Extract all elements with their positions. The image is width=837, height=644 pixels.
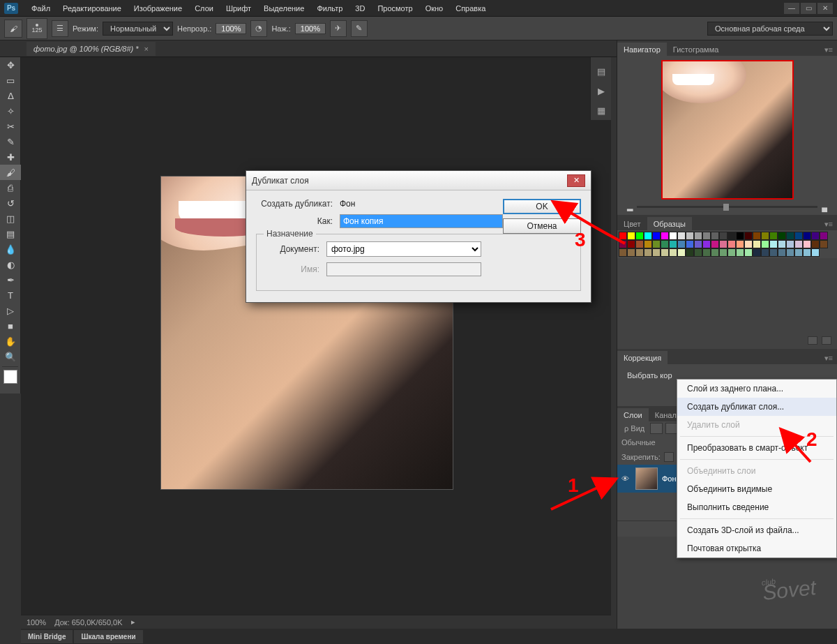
color-swatch[interactable]	[744, 232, 753, 240]
color-swatch[interactable]	[635, 232, 644, 240]
layer-blend-mode[interactable]: Обычные	[621, 438, 656, 447]
lock-transparency-icon[interactable]	[664, 452, 674, 462]
color-swatch[interactable]	[753, 240, 761, 248]
hand-tool[interactable]: ✋	[0, 334, 21, 349]
context-menu-item[interactable]: Создать 3D-слой из файла...	[677, 521, 836, 539]
color-swatch[interactable]	[769, 232, 778, 240]
zoom-in-icon[interactable]: ▄	[822, 203, 827, 211]
brush-tool[interactable]: 🖌	[0, 165, 21, 180]
color-swatch[interactable]	[761, 248, 769, 257]
color-swatch[interactable]	[769, 248, 778, 257]
color-swatch[interactable]	[803, 232, 811, 240]
blur-tool[interactable]: 💧	[0, 241, 21, 257]
document-tab[interactable]: фото.jpg @ 100% (RGB/8#) * ×	[27, 42, 156, 56]
pen-tool[interactable]: ✒	[0, 272, 21, 287]
color-swatch[interactable]	[677, 232, 686, 240]
menu-filter[interactable]: Фильтр	[310, 2, 349, 15]
color-swatch[interactable]	[803, 240, 811, 248]
color-swatch[interactable]	[652, 248, 661, 257]
color-swatch[interactable]	[644, 248, 652, 257]
airbrush-icon[interactable]: ✈	[330, 20, 347, 37]
color-swatch[interactable]	[744, 248, 753, 257]
color-swatch[interactable]	[686, 240, 694, 248]
path-selection-tool[interactable]: ▷	[0, 303, 21, 318]
color-swatch[interactable]	[694, 232, 702, 240]
color-swatch[interactable]	[820, 240, 828, 248]
chevron-right-icon[interactable]: ▸	[131, 617, 135, 627]
zoom-tool[interactable]: 🔍	[0, 349, 21, 364]
layers-tab[interactable]: Слои	[617, 408, 649, 421]
menu-help[interactable]: Справка	[449, 2, 492, 15]
eyedropper-tool[interactable]: ✎	[0, 134, 21, 149]
menu-layers[interactable]: Слои	[188, 2, 220, 15]
color-swatch[interactable]	[635, 240, 644, 248]
type-tool[interactable]: T	[0, 287, 21, 303]
mini-bridge-tab[interactable]: Mini Bridge	[21, 630, 73, 643]
color-swatch[interactable]	[719, 248, 727, 257]
color-swatch[interactable]	[677, 248, 686, 257]
menu-window[interactable]: Окно	[419, 2, 450, 15]
menu-view[interactable]: Просмотр	[371, 2, 418, 15]
presets-icon[interactable]: ▦	[591, 100, 612, 120]
color-swatch[interactable]	[786, 232, 794, 240]
gradient-tool[interactable]: ▤	[0, 226, 21, 241]
panel-trash-icon[interactable]	[822, 336, 831, 345]
clone-stamp-tool[interactable]: ⎙	[0, 180, 21, 195]
color-swatch[interactable]	[744, 240, 753, 248]
swatches-panel-menu-icon[interactable]: ▾≡	[820, 218, 837, 230]
context-menu-item[interactable]: Слой из заднего плана...	[677, 380, 836, 398]
dodge-tool[interactable]: ◐	[0, 257, 21, 272]
color-swatch[interactable]	[820, 232, 828, 240]
dialog-titlebar[interactable]: Дубликат слоя ✕	[246, 171, 591, 190]
context-menu-item[interactable]: Создать дубликат слоя...	[677, 398, 836, 416]
color-swatch[interactable]	[686, 232, 694, 240]
workspace-switcher[interactable]: Основная рабочая среда	[707, 22, 833, 36]
color-swatch[interactable]	[761, 240, 769, 248]
color-swatch[interactable]	[694, 248, 702, 257]
color-swatch[interactable]	[711, 232, 719, 240]
tablet-pressure-icon[interactable]: ✎	[351, 20, 368, 37]
color-swatch[interactable]	[694, 240, 702, 248]
menu-select[interactable]: Выделение	[257, 2, 310, 15]
color-swatch[interactable]	[778, 248, 786, 257]
opacity-pressure-icon[interactable]: ◔	[250, 20, 267, 37]
color-swatch[interactable]	[677, 240, 686, 248]
eraser-tool[interactable]: ◫	[0, 211, 21, 226]
color-swatch[interactable]	[635, 248, 644, 257]
menu-3d[interactable]: 3D	[349, 2, 371, 15]
play-icon[interactable]: ▶	[591, 81, 612, 100]
color-swatch[interactable]	[786, 240, 794, 248]
color-swatch[interactable]	[702, 248, 711, 257]
color-swatch[interactable]	[803, 248, 811, 257]
color-swatch[interactable]	[644, 232, 652, 240]
healing-brush-tool[interactable]: ✚	[0, 149, 21, 165]
doc-size-info[interactable]: Док: 650,0K/650,0K	[54, 618, 122, 627]
color-swatch[interactable]	[736, 240, 744, 248]
color-swatch[interactable]	[702, 240, 711, 248]
color-swatch[interactable]	[719, 232, 727, 240]
color-swatch[interactable]	[778, 232, 786, 240]
color-swatch[interactable]	[661, 232, 669, 240]
restore-button[interactable]: ▭	[801, 3, 816, 14]
color-swatch[interactable]	[786, 248, 794, 257]
swatches-tab[interactable]: Образцы	[647, 217, 692, 230]
color-swatch[interactable]	[794, 232, 803, 240]
close-window-button[interactable]: ✕	[817, 3, 833, 14]
foreground-background-swatch[interactable]	[3, 370, 17, 384]
color-swatch[interactable]	[669, 232, 677, 240]
color-swatch[interactable]	[736, 232, 744, 240]
panel-collapse-icon[interactable]	[808, 336, 817, 345]
magic-wand-tool[interactable]: ✧	[0, 103, 21, 119]
color-swatch[interactable]	[711, 248, 719, 257]
color-swatch[interactable]	[811, 232, 820, 240]
canvas-area[interactable]	[21, 57, 611, 615]
duplicate-as-input[interactable]	[340, 214, 503, 228]
color-swatch[interactable]	[794, 240, 803, 248]
color-swatch[interactable]	[727, 248, 736, 257]
navigator-tab[interactable]: Навигатор	[617, 43, 667, 56]
color-swatch[interactable]	[644, 240, 652, 248]
context-menu-item[interactable]: Объединить видимые	[677, 480, 836, 498]
context-menu-item[interactable]: Почтовая открытка	[677, 539, 836, 557]
history-brush-tool[interactable]: ↺	[0, 195, 21, 211]
layer-thumbnail[interactable]	[635, 467, 658, 490]
